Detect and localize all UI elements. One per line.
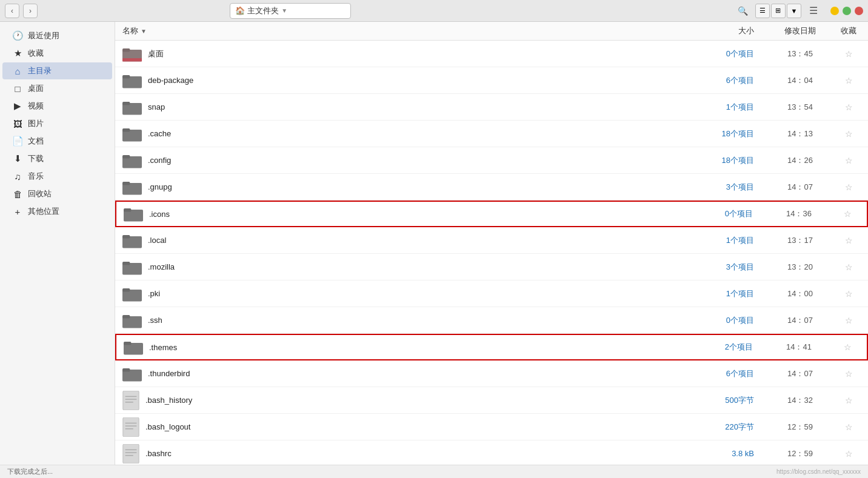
minimize-button[interactable] [830,7,839,15]
forward-button[interactable]: › [23,4,38,18]
file-date: 12：59 [764,448,836,459]
file-name-cell: 桌面 [122,45,679,62]
sidebar-item-trash[interactable]: 🗑回收站 [2,185,112,202]
file-name-cell: .mozilla [122,259,679,276]
file-row[interactable]: 桌面0个项目13：45☆ [115,41,868,67]
file-size: 18个项目 [679,128,764,139]
sidebar-item-recent[interactable]: 🕐最近使用 [2,27,112,44]
file-favorite-button[interactable]: ☆ [836,49,861,59]
sidebar-label-pictures: 图片 [28,118,44,129]
sidebar-label-documents: 文档 [28,136,44,147]
file-row[interactable]: .gnupg3个项目14：07☆ [115,174,868,201]
sidebar-item-documents[interactable]: 📄文档 [2,133,112,150]
grid-view-button[interactable]: ⊞ [771,4,786,18]
view-more-button[interactable]: ▼ [787,4,801,18]
titlebar-actions: 🔍 ☰ ⊞ ▼ ☰ [736,4,863,18]
sidebar-item-music[interactable]: ♫音乐 [2,168,112,185]
file-date: 13：20 [764,262,836,273]
file-row[interactable]: .thunderbird6个项目14：07☆ [115,360,868,387]
svg-rect-6 [122,102,130,105]
file-name-cell: .pki [122,285,679,302]
file-name-label: .ssh [148,316,162,325]
view-toggle: ☰ ⊞ ▼ [755,4,801,18]
location-bar[interactable]: 🏠 主文件夹 ▼ [230,3,351,19]
file-row[interactable]: .cache18个项目14：13☆ [115,121,868,147]
sidebar-label-downloads: 下载 [28,153,44,164]
file-favorite-button[interactable]: ☆ [835,342,860,352]
maximize-button[interactable] [843,7,851,15]
file-size: 1个项目 [679,288,764,299]
sidebar-item-desktop[interactable]: □桌面 [2,80,112,97]
file-name-label: .thunderbird [148,369,190,378]
file-date: 13：54 [764,102,836,113]
file-name-cell: .bash_logout [122,417,679,437]
file-row[interactable]: .config18个项目14：26☆ [115,147,868,174]
folder-icon [122,72,142,89]
file-row[interactable]: .icons0个项目14：36☆ [115,201,868,227]
file-favorite-button[interactable]: ☆ [836,129,861,139]
file-row[interactable]: .bash_history500字节14：32☆ [115,387,868,414]
sidebar-icon-downloads: ⬇ [12,153,23,164]
file-name-cell: .bashrc [122,444,679,463]
list-view-button[interactable]: ☰ [755,4,770,18]
file-row[interactable]: .bashrc3.8 kB12：59☆ [115,440,868,465]
svg-rect-18 [122,262,130,265]
sidebar-item-bookmarks[interactable]: ★收藏 [2,45,112,62]
svg-rect-22 [122,315,130,318]
file-size: 500字节 [679,395,764,406]
sidebar-item-pictures[interactable]: 🖼图片 [2,115,112,132]
svg-rect-14 [124,208,131,211]
file-name-cell: .themes [124,339,678,356]
file-favorite-button[interactable]: ☆ [836,449,861,459]
file-favorite-button[interactable]: ☆ [836,396,861,405]
close-button[interactable] [855,7,863,15]
svg-rect-24 [124,342,131,345]
sidebar-icon-recent: 🕐 [12,30,23,41]
file-name-label: .config [148,156,171,165]
sidebar-icon-music: ♫ [12,171,23,182]
file-favorite-button[interactable]: ☆ [836,316,861,325]
file-list-header: 名称 ▼ 大小 修改日期 收藏 [115,22,868,41]
svg-rect-35 [123,444,139,463]
file-favorite-button[interactable]: ☆ [836,262,861,272]
svg-rect-1 [122,48,130,51]
file-favorite-button[interactable]: ☆ [836,369,861,379]
file-row[interactable]: .themes2个项目14：41☆ [115,334,868,360]
size-column-header[interactable]: 大小 [679,25,764,36]
sidebar-item-home[interactable]: ⌂主目录 [2,62,112,79]
file-row[interactable]: .pki1个项目14：00☆ [115,280,868,307]
file-row[interactable]: .bash_logout220字节12：59☆ [115,414,868,440]
file-date: 14：36 [763,208,835,219]
file-row[interactable]: .mozilla3个项目13：20☆ [115,254,868,280]
sidebar-item-downloads[interactable]: ⬇下载 [2,150,112,167]
sidebar-item-other[interactable]: +其他位置 [2,203,112,220]
file-favorite-button[interactable]: ☆ [836,236,861,245]
file-row[interactable]: snap1个项目13：54☆ [115,94,868,121]
name-column-header[interactable]: 名称 ▼ [122,25,679,36]
search-button[interactable]: 🔍 [736,4,750,18]
file-favorite-button[interactable]: ☆ [836,156,861,165]
file-favorite-button[interactable]: ☆ [836,76,861,85]
sidebar-item-video[interactable]: ▶视频 [2,98,112,115]
file-date: 14：07 [764,182,836,193]
file-favorite-button[interactable]: ☆ [835,209,860,219]
statusbar: 下载完成之后... https://blog.csdn.net/qq_xxxxx… [0,465,868,478]
window-controls [830,7,863,15]
file-name-cell: .icons [124,205,678,222]
file-name-cell: .gnupg [122,179,679,196]
back-button[interactable]: ‹ [5,4,19,18]
file-area: 名称 ▼ 大小 修改日期 收藏 桌面0个项目13：45☆ deb-package… [115,22,868,465]
file-favorite-button[interactable]: ☆ [836,422,861,432]
sidebar-label-music: 音乐 [28,171,44,182]
sidebar-label-home: 主目录 [28,65,52,76]
file-favorite-button[interactable]: ☆ [836,102,861,112]
file-row[interactable]: .ssh0个项目14：07☆ [115,307,868,334]
file-name-label: .gnupg [148,182,172,191]
file-row[interactable]: .local1个项目13：17☆ [115,227,868,254]
file-favorite-button[interactable]: ☆ [836,182,861,192]
date-column-header[interactable]: 修改日期 [764,25,836,36]
sidebar-icon-documents: 📄 [12,136,23,147]
file-favorite-button[interactable]: ☆ [836,289,861,299]
hamburger-menu[interactable]: ☰ [806,4,821,18]
file-row[interactable]: deb-package6个项目14：04☆ [115,67,868,94]
